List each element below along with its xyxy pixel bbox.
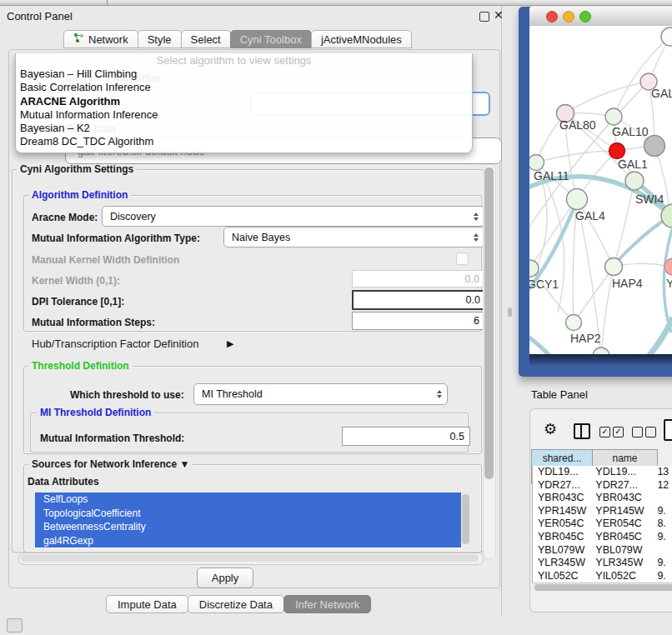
table-cell: YPR145W: [533, 505, 590, 518]
dpi-tolerance-field[interactable]: 0.0: [352, 290, 487, 310]
combo-stepper-icon: [437, 390, 447, 398]
unchecked-checkbox-icon[interactable]: [645, 427, 656, 438]
network-window-titlebar[interactable]: [529, 7, 672, 27]
network-node[interactable]: [625, 172, 644, 190]
tab-infer-network[interactable]: Infer Network: [283, 595, 371, 613]
algorithm-option[interactable]: Bayesian – K2: [16, 122, 472, 135]
table-row[interactable]: YBR045CYBR045C9.: [533, 531, 672, 544]
close-panel-icon[interactable]: ✕: [494, 8, 504, 22]
which-threshold-combobox[interactable]: MI Threshold: [193, 383, 448, 405]
data-attribute-item[interactable]: gal4RGexp: [35, 534, 461, 548]
mi-algorithm-type-combobox[interactable]: Naive Bayes: [223, 227, 484, 248]
node-label: GAL4: [575, 209, 605, 222]
network-edge-highlighted[interactable]: [614, 218, 668, 265]
algorithm-option[interactable]: ARACNE Algorithm: [16, 95, 472, 108]
panel-splitter-handle[interactable]: [508, 308, 512, 317]
network-edge[interactable]: [574, 267, 614, 322]
tab-select[interactable]: Select: [181, 30, 231, 48]
algorithm-option[interactable]: Bayesian – Hill Climbing: [16, 68, 472, 81]
control-panel-title: Control Panel: [7, 10, 73, 22]
file-icon[interactable]: [664, 419, 672, 441]
collapsed-panel-icon[interactable]: [7, 618, 23, 632]
table-row[interactable]: YDL19...YDL19...13: [533, 466, 672, 479]
zoom-window-icon[interactable]: [579, 11, 591, 22]
table-row[interactable]: YER054CYER054C8.: [533, 518, 672, 531]
unchecked-checkbox-icon[interactable]: [632, 427, 643, 438]
data-attribute-item[interactable]: BetweennessCentrality: [35, 520, 461, 534]
checked-checkbox-icon[interactable]: ✓: [613, 427, 624, 438]
tab-cyni-toolbox[interactable]: Cyni Toolbox: [230, 30, 312, 48]
network-node-gal10[interactable]: [605, 108, 622, 125]
settings-vertical-scrollbar-thumb[interactable]: [484, 168, 494, 479]
which-threshold-label: Which threshold to use:: [70, 389, 184, 401]
table-cell: YDL19...: [533, 466, 590, 479]
network-node-hap4[interactable]: [605, 258, 623, 276]
network-node-hap2[interactable]: [566, 315, 582, 331]
network-canvas[interactable]: GALGAL80GAL10GAL1GAL11SWI4GAL4GCY1HAP4YH…: [529, 26, 672, 354]
tab-network[interactable]: Network: [63, 30, 138, 48]
table-row[interactable]: YBR043CYBR043C: [533, 492, 672, 505]
column-header-shared-[interactable]: shared...: [531, 449, 593, 467]
table-row[interactable]: YLR345WYLR345W9.: [533, 557, 672, 570]
aracne-mode-combobox[interactable]: Discovery: [102, 206, 484, 227]
tab-style[interactable]: Style: [138, 30, 182, 48]
network-edge[interactable]: [565, 82, 649, 113]
table-cell: [652, 544, 672, 558]
hub-definition-label[interactable]: Hub/Transcription Factor Definition: [32, 338, 198, 350]
network-node[interactable]: [644, 136, 665, 157]
mi-algorithm-type-label: Mutual Information Algorithm Type:: [32, 232, 200, 244]
network-node-gal4[interactable]: [567, 189, 588, 210]
node-label: Y: [666, 277, 672, 290]
kernel-width-field[interactable]: 0.0: [352, 270, 485, 288]
tab-jactivemnodules[interactable]: jActiveMNodules: [311, 30, 412, 48]
tab-label: Style: [148, 33, 172, 46]
network-edge[interactable]: [530, 199, 577, 268]
hub-collapsed-arrow-icon[interactable]: ▶: [227, 338, 233, 349]
close-window-icon[interactable]: [546, 11, 558, 22]
network-node-gal11[interactable]: [529, 155, 544, 171]
gear-icon[interactable]: ⚙: [544, 420, 557, 438]
tab-label: Select: [191, 33, 221, 46]
algorithm-option[interactable]: Dream8 DC_TDC Algorithm: [16, 135, 472, 148]
mi-steps-field[interactable]: 6: [352, 312, 485, 330]
table-horizontal-scrollbar-thumb[interactable]: [534, 584, 672, 591]
network-node-gal1[interactable]: [609, 143, 625, 159]
minimize-window-icon[interactable]: [563, 11, 574, 22]
app-toolbar-edge: [0, 0, 672, 6]
screen: Control Panel ✕ NetworkStyleSelectCyni T…: [0, 0, 672, 635]
table-cell: YDR27...: [590, 479, 652, 492]
manual-kernel-width-checkbox[interactable]: [456, 252, 469, 265]
apply-button[interactable]: Apply: [197, 568, 253, 588]
data-attribute-item[interactable]: TopologicalCoefficient: [35, 507, 461, 521]
table-row[interactable]: YDR27...YDR27...12: [533, 479, 672, 492]
node-label: HAP2: [570, 332, 601, 345]
data-attribute-item[interactable]: SelfLoops: [35, 492, 461, 507]
table-row[interactable]: YPR145WYPR145W9.: [533, 505, 672, 518]
checked-checkbox-icon[interactable]: ✓: [599, 427, 610, 438]
attributes-scrollbar[interactable]: [462, 494, 469, 544]
tab-discretize-data[interactable]: Discretize Data: [188, 595, 284, 613]
network-edge[interactable]: [536, 151, 617, 162]
which-threshold-value: MI Threshold: [202, 388, 263, 400]
table-cell: YBR043C: [590, 492, 652, 505]
table-row[interactable]: YIL052CYIL052C9.: [533, 570, 672, 582]
table-cell: 9.: [652, 531, 672, 544]
algorithm-option[interactable]: Mutual Information Inference: [16, 108, 472, 122]
table-cell: YBR045C: [533, 531, 590, 544]
node-table-body: YDL19...YDL19...13YDR27...YDR27...12YBR0…: [532, 466, 672, 582]
manual-kernel-width-label: Manual Kernel Width Definition: [32, 254, 179, 266]
sources-expanded-arrow-icon[interactable]: ▼: [179, 458, 189, 470]
float-window-icon[interactable]: [479, 12, 489, 22]
network-node-gcy1[interactable]: [529, 260, 539, 277]
table-cell: YIL052C: [533, 570, 590, 582]
tab-impute-data[interactable]: Impute Data: [106, 595, 188, 613]
network-node[interactable]: [593, 348, 609, 354]
network-edge-highlighted[interactable]: [529, 334, 553, 354]
algorithm-dropdown-list: Bayesian – Hill ClimbingBasic Correlatio…: [16, 68, 472, 149]
settings-horizontal-scrollbar-thumb[interactable]: [21, 554, 479, 562]
table-row[interactable]: YBL079WYBL079W: [533, 544, 672, 558]
mi-threshold-field[interactable]: 0.5: [342, 427, 470, 446]
columns-icon[interactable]: [574, 423, 590, 439]
column-header-name[interactable]: name: [592, 449, 658, 467]
algorithm-option[interactable]: Basic Correlation Inference: [16, 81, 472, 94]
